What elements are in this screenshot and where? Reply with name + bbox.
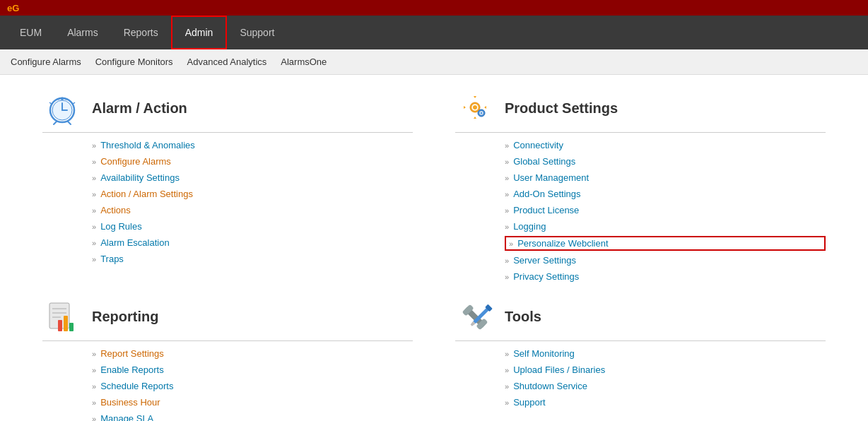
subnav-advanced-analytics[interactable]: Advanced Analytics: [187, 55, 267, 69]
alarm-action-icon: [42, 89, 81, 128]
logo: eG: [7, 3, 19, 13]
svg-rect-19: [58, 320, 62, 331]
product-settings-icon: [455, 89, 494, 128]
link-business-hour[interactable]: »Business Hour: [92, 396, 413, 409]
link-report-settings[interactable]: »Report Settings: [92, 347, 413, 360]
product-settings-divider: [455, 132, 826, 133]
tools-icon: [455, 297, 494, 336]
reporting-section: Reporting »Report Settings »Enable Repor…: [42, 297, 413, 421]
svg-rect-21: [69, 323, 74, 331]
link-server-settings[interactable]: »Server Settings: [505, 254, 826, 267]
tools-header: Tools: [455, 297, 826, 336]
reporting-header: Reporting: [42, 297, 413, 336]
reporting-icon: [42, 297, 81, 336]
svg-rect-20: [64, 316, 68, 331]
reporting-title: Reporting: [92, 309, 158, 325]
subnav-configure-alarms[interactable]: Configure Alarms: [11, 55, 81, 69]
alarm-action-links: »Threshold & Anomalies »Configure Alarms…: [42, 138, 413, 266]
link-self-monitoring[interactable]: »Self Monitoring: [505, 347, 826, 360]
link-log-rules[interactable]: »Log Rules: [92, 220, 413, 233]
product-settings-links: »Connectivity »Global Settings »User Man…: [455, 138, 826, 283]
nav-eum[interactable]: EUM: [7, 16, 54, 49]
product-settings-title: Product Settings: [505, 100, 618, 117]
link-global-settings[interactable]: »Global Settings: [505, 155, 826, 168]
tools-title: Tools: [505, 309, 541, 325]
nav-bar: EUM Alarms Reports Admin Support: [0, 16, 868, 49]
svg-line-5: [68, 121, 71, 124]
alarm-action-section: Alarm / Action »Threshold & Anomalies »C…: [42, 89, 413, 283]
subnav-alarmsone[interactable]: AlarmsOne: [281, 55, 327, 69]
svg-point-14: [480, 112, 482, 114]
link-upload-files-binaries[interactable]: »Upload Files / Binaries: [505, 363, 826, 376]
svg-point-11: [473, 105, 477, 109]
alarm-action-title: Alarm / Action: [92, 100, 187, 117]
nav-support[interactable]: Support: [227, 16, 287, 49]
link-action-alarm-settings[interactable]: »Action / Alarm Settings: [92, 187, 413, 201]
reporting-divider: [42, 340, 413, 341]
product-settings-header: Product Settings: [455, 89, 826, 128]
tools-links: »Self Monitoring »Upload Files / Binarie…: [455, 347, 826, 409]
svg-point-6: [61, 97, 64, 100]
subnav-configure-monitors[interactable]: Configure Monitors: [95, 55, 173, 69]
link-configure-alarms[interactable]: »Configure Alarms: [92, 155, 413, 168]
product-settings-section: Product Settings »Connectivity »Global S…: [455, 89, 826, 283]
link-privacy-settings[interactable]: »Privacy Settings: [505, 270, 826, 283]
link-alarm-escalation[interactable]: »Alarm Escalation: [92, 236, 413, 249]
reporting-links: »Report Settings »Enable Reports »Schedu…: [42, 347, 413, 421]
link-enable-reports[interactable]: »Enable Reports: [92, 363, 413, 376]
alarm-action-divider: [42, 132, 413, 133]
top-bar: eG: [0, 0, 868, 16]
link-schedule-reports[interactable]: »Schedule Reports: [92, 379, 413, 393]
nav-admin[interactable]: Admin: [171, 16, 228, 49]
sub-nav: Configure Alarms Configure Monitors Adva…: [0, 49, 868, 75]
link-user-management[interactable]: »User Management: [505, 171, 826, 184]
main-content: Alarm / Action »Threshold & Anomalies »C…: [0, 75, 868, 421]
link-support[interactable]: »Support: [505, 396, 826, 409]
link-manage-sla[interactable]: »Manage SLA: [92, 412, 413, 421]
link-personalize-webclient[interactable]: »Personalize Webclient: [505, 236, 826, 251]
tools-section: Tools »Self Monitoring »Upload Files / B…: [455, 297, 826, 421]
link-shutdown-service[interactable]: »Shutdown Service: [505, 379, 826, 393]
link-logging[interactable]: »Logging: [505, 220, 826, 233]
link-availability-settings[interactable]: »Availability Settings: [92, 171, 413, 184]
nav-reports[interactable]: Reports: [111, 16, 171, 49]
link-actions[interactable]: »Actions: [92, 203, 413, 217]
link-traps[interactable]: »Traps: [92, 252, 413, 266]
link-threshold-anomalies[interactable]: »Threshold & Anomalies: [92, 138, 413, 152]
link-product-license[interactable]: »Product License: [505, 203, 826, 217]
link-connectivity[interactable]: »Connectivity: [505, 138, 826, 152]
svg-line-4: [54, 121, 57, 124]
link-addon-settings[interactable]: »Add-On Settings: [505, 187, 826, 201]
tools-divider: [455, 340, 826, 341]
nav-alarms[interactable]: Alarms: [54, 16, 111, 49]
alarm-action-header: Alarm / Action: [42, 89, 413, 128]
